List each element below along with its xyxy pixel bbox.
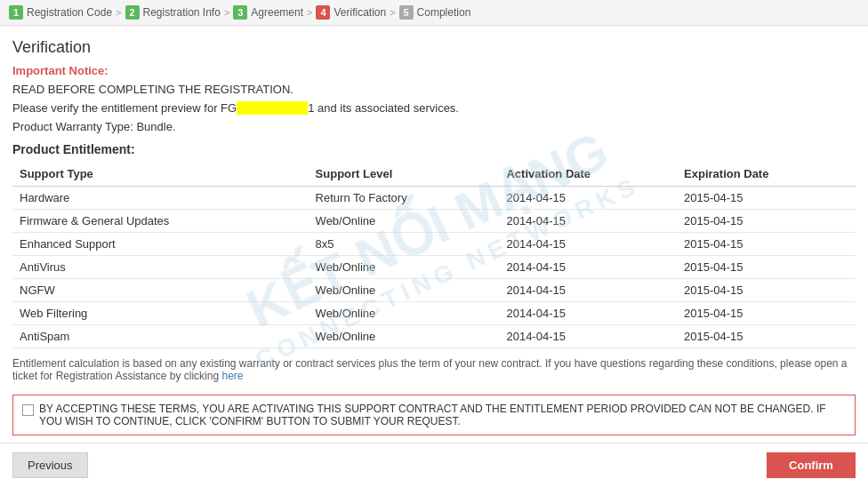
table-row: Firmware & General Updates Web/Online 20… — [12, 210, 856, 233]
cell-expiration-date: 2015-04-15 — [677, 187, 856, 210]
cell-activation-date: 2014-04-15 — [499, 279, 677, 302]
col-support-type: Support Type — [12, 162, 309, 187]
arrow-2: > — [224, 7, 229, 18]
cell-activation-date: 2014-04-15 — [499, 325, 677, 348]
cell-support-type: Firmware & General Updates — [12, 210, 309, 233]
cell-expiration-date: 2015-04-15 — [677, 325, 856, 348]
step-4[interactable]: 4 Verification — [316, 5, 386, 20]
important-notice: Important Notice: — [12, 64, 856, 77]
cell-expiration-date: 2015-04-15 — [677, 233, 856, 256]
cell-support-type: AntiSpam — [12, 325, 309, 348]
cell-support-type: Hardware — [12, 187, 309, 210]
table-row: NGFW Web/Online 2014-04-15 2015-04-15 — [12, 279, 856, 302]
cell-support-type: NGFW — [12, 279, 309, 302]
bottom-bar: Previous Confirm — [0, 443, 868, 487]
arrow-1: > — [116, 7, 121, 18]
cell-activation-date: 2014-04-15 — [499, 210, 677, 233]
warning-text: BY ACCEPTING THESE TERMS, YOU ARE ACTIVA… — [39, 403, 846, 427]
step-3-label: Agreement — [251, 6, 303, 19]
footer-note: Entitlement calculation is based on any … — [12, 357, 856, 389]
product-entitlement-title: Product Entitlement: — [12, 142, 856, 156]
cell-expiration-date: 2015-04-15 — [677, 279, 856, 302]
device-id-highlight — [237, 101, 308, 115]
cell-expiration-date: 2015-04-15 — [677, 302, 856, 325]
cell-support-level: Web/Online — [309, 279, 500, 302]
confirm-button[interactable]: Confirm — [767, 452, 856, 478]
col-activation-date: Activation Date — [499, 162, 677, 187]
verify-pre: Please verify the entitlement preview fo… — [12, 101, 237, 115]
warning-box: BY ACCEPTING THESE TERMS, YOU ARE ACTIVA… — [12, 395, 856, 435]
verify-post: 1 and its associated services. — [308, 101, 459, 115]
arrow-3: > — [307, 7, 312, 18]
step-2[interactable]: 2 Registration Info — [125, 5, 221, 20]
cell-activation-date: 2014-04-15 — [499, 233, 677, 256]
step-5[interactable]: 5 Completion — [399, 5, 471, 20]
arrow-4: > — [390, 7, 395, 18]
table-row: Web Filtering Web/Online 2014-04-15 2015… — [12, 302, 856, 325]
step-2-label: Registration Info — [143, 6, 221, 19]
table-row: Hardware Return To Factory 2014-04-15 20… — [12, 187, 856, 210]
previous-button[interactable]: Previous — [12, 452, 88, 478]
warning-checkbox[interactable] — [22, 404, 34, 416]
step-3-num: 3 — [233, 5, 247, 20]
cell-support-level: 8x5 — [309, 233, 500, 256]
cell-expiration-date: 2015-04-15 — [677, 210, 856, 233]
cell-support-type: Web Filtering — [12, 302, 309, 325]
entitlement-table: Support Type Support Level Activation Da… — [12, 162, 856, 348]
cell-activation-date: 2014-04-15 — [499, 302, 677, 325]
read-before-text: READ BEFORE COMPLETING THE REGISTRATION. — [12, 83, 856, 96]
footer-note-link[interactable]: here — [221, 370, 243, 382]
step-1-num: 1 — [9, 5, 23, 20]
step-2-num: 2 — [125, 5, 140, 20]
cell-support-level: Return To Factory — [309, 187, 500, 210]
verify-text: Please verify the entitlement preview fo… — [12, 101, 856, 115]
footer-note-pre: Entitlement calculation is based on any … — [12, 357, 848, 382]
col-support-level: Support Level — [309, 162, 500, 187]
cell-support-level: Web/Online — [309, 325, 500, 348]
cell-expiration-date: 2015-04-15 — [677, 256, 856, 279]
step-1[interactable]: 1 Registration Code — [9, 5, 112, 20]
table-row: AntiSpam Web/Online 2014-04-15 2015-04-1… — [12, 325, 856, 348]
table-row: Enhanced Support 8x5 2014-04-15 2015-04-… — [12, 233, 856, 256]
page-title: Verification — [12, 38, 856, 57]
step-3[interactable]: 3 Agreement — [233, 5, 303, 20]
step-4-num: 4 — [316, 5, 330, 20]
cell-support-level: Web/Online — [309, 302, 500, 325]
cell-support-type: AntiVirus — [12, 256, 309, 279]
warranty-type: Product Warranty Type: Bundle. — [12, 120, 856, 133]
step-5-label: Completion — [417, 6, 471, 19]
breadcrumb: 1 Registration Code > 2 Registration Inf… — [0, 0, 868, 26]
cell-support-level: Web/Online — [309, 210, 500, 233]
cell-activation-date: 2014-04-15 — [499, 187, 677, 210]
cell-support-level: Web/Online — [309, 256, 500, 279]
col-expiration-date: Expiration Date — [677, 162, 856, 187]
main-content: Verification Important Notice: READ BEFO… — [0, 26, 868, 435]
step-5-num: 5 — [399, 5, 414, 20]
step-1-label: Registration Code — [27, 6, 112, 19]
step-4-label: Verification — [334, 6, 386, 19]
cell-support-type: Enhanced Support — [12, 233, 309, 256]
cell-activation-date: 2014-04-15 — [499, 256, 677, 279]
table-row: AntiVirus Web/Online 2014-04-15 2015-04-… — [12, 256, 856, 279]
